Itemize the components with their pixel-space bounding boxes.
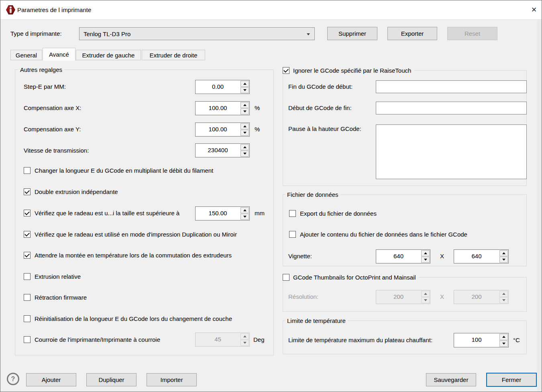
- spin-up-button[interactable]: [421, 250, 430, 256]
- raft-size-spinbox[interactable]: 150.00: [195, 206, 250, 220]
- arrow-down-icon: [502, 343, 505, 345]
- temp-limit-value[interactable]: 100: [454, 333, 499, 347]
- supprimer-button[interactable]: Supprimer: [327, 27, 377, 40]
- comp-x-value[interactable]: 100.00: [196, 102, 240, 115]
- spin-up-button[interactable]: [421, 291, 430, 297]
- tab-general[interactable]: General: [10, 50, 42, 60]
- spin-up-button[interactable]: [240, 81, 249, 87]
- spin-up-button[interactable]: [499, 291, 508, 297]
- arrow-up-icon: [502, 293, 505, 295]
- fermer-button[interactable]: Fermer: [486, 373, 537, 387]
- comp-y-value[interactable]: 100.00: [196, 123, 240, 136]
- checkbox-gcode-thumbnails[interactable]: [283, 274, 289, 281]
- tab-avance[interactable]: Avancé: [43, 48, 75, 61]
- checkbox-reset-e-length-label[interactable]: Réinitialisation de la longueur E du GCo…: [35, 314, 232, 323]
- arrow-up-icon: [502, 336, 505, 338]
- baudrate-spinbox[interactable]: 230400: [195, 143, 250, 157]
- checkbox-change-e-length-label[interactable]: Changer la longueur E du GCode en multip…: [35, 166, 213, 175]
- spin-up-button[interactable]: [240, 123, 249, 129]
- printer-settings-dialog: Parametres de l imprimante ✕ Type d impr…: [0, 0, 542, 392]
- data-file-group-title: Fichier de données: [285, 191, 340, 199]
- spin-buttons: [240, 80, 249, 94]
- spin-down-button[interactable]: [499, 257, 508, 263]
- checkbox-ignore-gcode[interactable]: [283, 67, 289, 74]
- checkbox-raft-duplication-label[interactable]: Vérifiez que le radeau est utilisé en mo…: [35, 230, 237, 239]
- belt-angle-value[interactable]: 45: [196, 333, 240, 346]
- tab-extruder-droite[interactable]: Extruder de droite: [142, 50, 205, 60]
- step-e-value[interactable]: 0.00: [196, 80, 240, 94]
- baudrate-label: Vitesse de transmission:: [24, 146, 89, 155]
- ajouter-button[interactable]: Ajouter: [26, 373, 76, 386]
- arrow-up-icon: [243, 125, 247, 127]
- checkbox-ignore-gcode-label[interactable]: Ignorer le GCode spécifié par le RaiseTo…: [293, 67, 411, 74]
- raft-size-value[interactable]: 150.00: [196, 207, 240, 220]
- checkbox-append-data-file-label[interactable]: Ajouter le contenu du fichier de données…: [300, 230, 467, 239]
- spin-up-button[interactable]: [499, 250, 508, 256]
- title-bar[interactable]: Parametres de l imprimante ✕: [0, 0, 542, 20]
- spin-up-button[interactable]: [240, 207, 249, 213]
- sauvegarder-button[interactable]: Sauvegarder: [426, 373, 476, 386]
- importer-button[interactable]: Importer: [147, 373, 197, 386]
- comp-y-unit: %: [255, 125, 260, 134]
- checkbox-relative-extrusion-label[interactable]: Extrusion relative: [35, 272, 81, 281]
- checkbox-wait-temp-label[interactable]: Attendre la montée en température lors d…: [35, 251, 232, 260]
- checkbox-change-e-length[interactable]: [24, 167, 31, 174]
- checkbox-belt-printer-label[interactable]: Courroie de l'imprimante/Imprimante à co…: [35, 335, 160, 344]
- checkbox-append-data-file[interactable]: [289, 231, 296, 238]
- spin-down-button[interactable]: [240, 130, 249, 136]
- exporter-button[interactable]: Exporter: [387, 27, 437, 40]
- belt-angle-spinbox[interactable]: 45: [195, 333, 250, 347]
- comp-x-spinbox[interactable]: 100.00: [195, 101, 250, 115]
- checkbox-reset-e-length[interactable]: [24, 315, 31, 322]
- checkbox-gcode-thumbnails-label[interactable]: GCode Thumbnails for OctoPrint and Mains…: [293, 274, 416, 281]
- checkbox-raft-size-label[interactable]: Vérifiez que le radeau est u...i la tail…: [35, 209, 179, 218]
- spin-down-button[interactable]: [240, 214, 249, 220]
- dupliquer-button[interactable]: Dupliquer: [86, 373, 137, 386]
- step-e-spinbox[interactable]: 0.00: [195, 80, 250, 94]
- checkbox-wait-temp[interactable]: [24, 252, 31, 259]
- checkbox-raft-size[interactable]: [24, 210, 31, 216]
- spin-down-button[interactable]: [240, 108, 249, 114]
- checkbox-export-data-file-label[interactable]: Export du fichier de données: [300, 209, 377, 218]
- checkbox-double-extrusion-label[interactable]: Double extrusion indépendante: [35, 188, 118, 196]
- arrow-up-icon: [243, 146, 247, 148]
- spin-buttons: [240, 207, 249, 220]
- checkbox-export-data-file[interactable]: [289, 210, 296, 217]
- spin-down-button[interactable]: [240, 87, 249, 93]
- checkbox-raft-duplication[interactable]: [24, 231, 31, 238]
- vignette-width-value[interactable]: 640: [376, 250, 421, 263]
- spin-down-button[interactable]: [240, 340, 249, 346]
- close-icon[interactable]: ✕: [528, 4, 540, 16]
- baudrate-value[interactable]: 230400: [196, 144, 240, 157]
- resolution-width-value[interactable]: 200: [376, 290, 421, 304]
- resolution-height-value[interactable]: 200: [454, 290, 499, 304]
- start-gcode-end-input[interactable]: [376, 80, 527, 93]
- spin-up-button[interactable]: [240, 333, 249, 339]
- spin-down-button[interactable]: [421, 297, 430, 303]
- checkbox-double-extrusion[interactable]: [24, 188, 31, 195]
- spin-down-button[interactable]: [421, 257, 430, 263]
- checkbox-firmware-retraction-label[interactable]: Rétraction firmware: [35, 293, 87, 302]
- pause-height-gcode-textarea[interactable]: [376, 125, 527, 179]
- temp-limit-spinbox[interactable]: 100: [454, 333, 509, 347]
- vignette-height-spinbox[interactable]: 640: [454, 249, 509, 263]
- spin-down-button[interactable]: [499, 341, 508, 347]
- checkbox-firmware-retraction[interactable]: [24, 294, 31, 301]
- checkbox-relative-extrusion[interactable]: [24, 273, 31, 280]
- resolution-height-spinbox[interactable]: 200: [454, 290, 509, 304]
- spin-up-button[interactable]: [240, 102, 249, 108]
- printer-type-select[interactable]: Tenlog TL-D3 Pro: [79, 27, 315, 40]
- end-gcode-start-input[interactable]: [376, 102, 527, 114]
- vignette-height-value[interactable]: 640: [454, 250, 499, 263]
- resolution-width-spinbox[interactable]: 200: [376, 290, 430, 304]
- spin-down-button[interactable]: [499, 297, 508, 303]
- spin-up-button[interactable]: [240, 144, 249, 150]
- comp-y-spinbox[interactable]: 100.00: [195, 122, 250, 137]
- spin-up-button[interactable]: [499, 334, 508, 340]
- checkbox-belt-printer[interactable]: [24, 336, 31, 343]
- spin-down-button[interactable]: [240, 151, 249, 157]
- tab-extruder-gauche[interactable]: Extruder de gauche: [76, 50, 141, 60]
- vignette-width-spinbox[interactable]: 640: [376, 249, 430, 263]
- reset-button[interactable]: Reset: [447, 27, 497, 40]
- help-icon[interactable]: ?: [7, 373, 19, 385]
